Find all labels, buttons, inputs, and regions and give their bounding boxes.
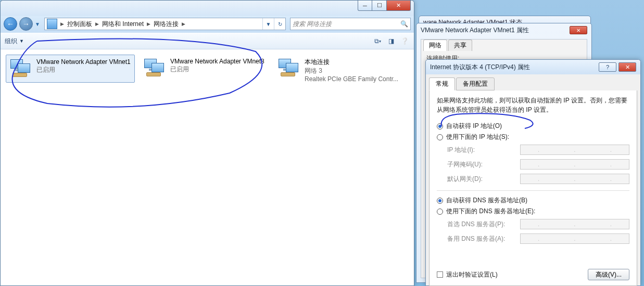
radio-icon	[437, 198, 443, 204]
tab-general[interactable]: 常规	[429, 77, 455, 90]
back-button[interactable]: ←	[4, 17, 17, 31]
ipv4-properties-dialog: Internet 协议版本 4 (TCP/IPv4) 属性 ? ✕ 常规 备用配…	[425, 59, 641, 286]
connection-name: VMware Network Adapter VMnet8	[170, 58, 264, 65]
ip-address-input[interactable]: ...	[520, 145, 629, 155]
connection-status: 已启用	[170, 65, 264, 74]
refresh-button[interactable]: ↻	[274, 18, 285, 30]
connection-name: 本地连接	[305, 58, 398, 67]
close-button[interactable]: ✕	[387, 1, 411, 11]
radio-auto-dns[interactable]: 自动获得 DNS 服务器地址(B)	[437, 196, 629, 205]
nav-row: ← → ▼ ▶ 控制面板 ▶ 网络和 Internet ▶ 网络连接 ▶ ▼ ↻…	[1, 16, 414, 33]
help-button[interactable]: ?	[599, 62, 616, 72]
window-title: VMware Network Adapter VMnet1 属性	[421, 26, 529, 35]
view-button[interactable]: ⧉▾	[372, 36, 383, 46]
preview-pane-button[interactable]: ◨	[386, 36, 396, 46]
close-button[interactable]: ✕	[618, 62, 636, 72]
connection-detail: Realtek PCIe GBE Family Contr...	[305, 75, 398, 83]
field-label: 默认网关(D):	[447, 175, 520, 184]
advanced-button[interactable]: 高级(V)...	[588, 269, 629, 280]
connection-vmnet8[interactable]: VMware Network Adapter VMnet8 已启用	[140, 55, 269, 82]
ipv4-description: 如果网络支持此功能，则可以获取自动指派的 IP 设置。否则，您需要从网络系统管理…	[437, 96, 629, 114]
radio-label: 自动获得 IP 地址(O)	[446, 122, 502, 131]
connection-status: 网络 3	[305, 67, 398, 75]
adapter-prop-titlebar: VMware Network Adapter VMnet1 属性 ✕	[416, 23, 591, 37]
tab-alternate[interactable]: 备用配置	[456, 77, 495, 90]
radio-icon	[437, 209, 443, 215]
radio-label: 使用下面的 DNS 服务器地址(E):	[446, 207, 535, 216]
help-button[interactable]: ❔	[399, 36, 410, 46]
explorer-toolbar: 组织 ▼ ⧉▾ ◨ ❔	[1, 33, 414, 49]
connection-name: VMware Network Adapter VMnet1	[36, 58, 131, 66]
radio-icon	[437, 123, 443, 129]
explorer-titlebar: ─ ☐ ✕	[1, 1, 414, 16]
window-title: Internet 协议版本 4 (TCP/IPv4) 属性	[430, 63, 530, 72]
field-label: IP 地址(I):	[447, 146, 520, 154]
network-adapter-icon	[143, 58, 166, 79]
crumb-network-internet[interactable]: 网络和 Internet	[100, 20, 146, 29]
validate-checkbox[interactable]	[437, 271, 443, 278]
field-alternate-dns: 备用 DNS 服务器(A): ...	[447, 233, 629, 244]
network-adapter-icon	[277, 58, 300, 79]
subnet-mask-input[interactable]: ...	[520, 159, 629, 170]
validate-label: 退出时验证设置(L)	[446, 270, 498, 279]
crumb-network-connections[interactable]: 网络连接	[151, 20, 181, 29]
chevron-right-icon[interactable]: ▶	[181, 21, 186, 27]
search-placeholder: 搜索 网络连接	[293, 20, 332, 29]
radio-label: 自动获得 DNS 服务器地址(B)	[446, 196, 527, 205]
separator	[437, 190, 629, 191]
field-ip-address: IP 地址(I): ...	[447, 145, 629, 155]
network-adapter-icon	[9, 58, 32, 79]
minimize-button[interactable]: ─	[358, 1, 372, 11]
close-button[interactable]: ✕	[570, 26, 587, 34]
radio-manual-dns[interactable]: 使用下面的 DNS 服务器地址(E):	[437, 207, 629, 216]
address-dropdown[interactable]: ▼	[262, 18, 274, 30]
connection-local[interactable]: 本地连接 网络 3 Realtek PCIe GBE Family Contr.…	[274, 55, 403, 86]
explorer-window: ─ ☐ ✕ ← → ▼ ▶ 控制面板 ▶ 网络和 Internet ▶ 网络连接…	[0, 0, 414, 286]
maximize-button[interactable]: ☐	[372, 1, 387, 11]
alternate-dns-input[interactable]: ...	[520, 233, 629, 244]
field-gateway: 默认网关(D): ...	[447, 174, 629, 184]
location-icon	[47, 19, 57, 29]
connection-status: 已启用	[36, 66, 131, 74]
connections-list: VMware Network Adapter VMnet1 已启用 VMware…	[1, 49, 414, 285]
organize-menu[interactable]: 组织 ▼	[5, 37, 24, 46]
history-dropdown[interactable]: ▼	[35, 21, 42, 27]
search-icon: 🔍	[400, 20, 408, 28]
address-bar[interactable]: ▶ 控制面板 ▶ 网络和 Internet ▶ 网络连接 ▶ ▼ ↻	[44, 18, 286, 30]
chevron-right-icon[interactable]: ▶	[59, 21, 65, 27]
chevron-down-icon: ▼	[19, 38, 24, 44]
ipv4-titlebar: Internet 协议版本 4 (TCP/IPv4) 属性 ? ✕	[426, 60, 640, 74]
field-label: 子网掩码(U):	[447, 160, 520, 169]
radio-auto-ip[interactable]: 自动获得 IP 地址(O)	[437, 122, 629, 131]
breadcrumb: ▶ 控制面板 ▶ 网络和 Internet ▶ 网络连接 ▶	[59, 20, 262, 29]
radio-icon	[437, 134, 443, 140]
organize-label: 组织	[5, 37, 17, 46]
search-input[interactable]: 搜索 网络连接 🔍	[290, 18, 411, 30]
radio-label: 使用下面的 IP 地址(S):	[446, 133, 509, 141]
field-label: 备用 DNS 服务器(A):	[447, 235, 520, 243]
chevron-right-icon[interactable]: ▶	[94, 21, 100, 27]
gateway-input[interactable]: ...	[520, 174, 629, 184]
radio-manual-ip[interactable]: 使用下面的 IP 地址(S):	[437, 133, 629, 141]
ipv4-panel: 如果网络支持此功能，则可以获取自动指派的 IP 设置。否则，您需要从网络系统管理…	[429, 90, 637, 286]
chevron-right-icon[interactable]: ▶	[146, 21, 151, 27]
connection-vmnet1[interactable]: VMware Network Adapter VMnet1 已启用	[6, 55, 135, 83]
primary-dns-input[interactable]: ...	[520, 219, 629, 229]
field-primary-dns: 首选 DNS 服务器(P): ...	[447, 219, 629, 229]
field-label: 首选 DNS 服务器(P):	[447, 220, 520, 229]
crumb-control-panel[interactable]: 控制面板	[65, 20, 94, 29]
tab-sharing[interactable]: 共享	[448, 40, 472, 51]
field-subnet-mask: 子网掩码(U): ...	[447, 159, 629, 170]
forward-button[interactable]: →	[19, 17, 33, 31]
tab-network[interactable]: 网络	[423, 40, 447, 51]
